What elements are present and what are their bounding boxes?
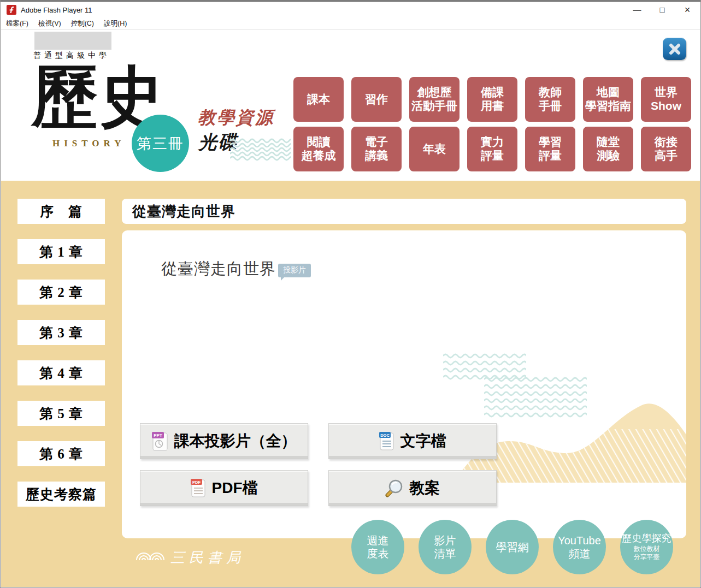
nav-button-2[interactable]: 習作 <box>351 77 402 122</box>
nav-button-11[interactable]: 實力評量 <box>467 127 517 171</box>
nav-button-label: 用書 <box>481 99 504 113</box>
nav-button-9[interactable]: 電子講義 <box>351 127 402 171</box>
footer-link-label: 歷史學探究 <box>622 533 671 545</box>
footer-link-label: 週進 <box>367 534 389 547</box>
sidebar-item-5[interactable]: 第 4 章 <box>17 360 105 385</box>
sidebar-item-8[interactable]: 歷史考察篇 <box>17 482 105 507</box>
slide-type-tag: 投影片 <box>278 264 311 277</box>
nav-button-label: 教師 <box>539 86 562 99</box>
publisher-logo-placeholder <box>34 32 111 50</box>
footer-link-3[interactable]: 學習網 <box>486 520 539 574</box>
nav-button-label: 手冊 <box>539 99 562 113</box>
button-label: PDF檔 <box>212 478 258 498</box>
sidebar-item-7[interactable]: 第 6 章 <box>17 441 105 466</box>
minimize-button[interactable]: — <box>625 2 650 18</box>
nav-button-7[interactable]: 世界Show <box>641 77 691 122</box>
nav-button-5[interactable]: 教師手冊 <box>525 77 575 122</box>
nav-button-14[interactable]: 銜接高手 <box>641 127 691 171</box>
nav-button-label: 創想歷 <box>417 86 452 99</box>
sidebar-item-3[interactable]: 第 2 章 <box>17 280 105 305</box>
pdf-file-icon: PDF <box>191 478 206 498</box>
svg-text:三民書局: 三民書局 <box>170 550 244 566</box>
magnifier-icon <box>385 479 404 497</box>
volume-badge: 第三冊 <box>132 115 189 172</box>
nav-button-label: 習作 <box>365 93 388 106</box>
app-close-button[interactable] <box>663 38 686 60</box>
footer-link-label: 頻道 <box>569 547 591 560</box>
nav-button-12[interactable]: 學習評量 <box>525 127 575 171</box>
close-button[interactable]: × <box>675 2 700 18</box>
nav-button-label: 測驗 <box>597 149 620 163</box>
window-controls: — □ × <box>625 2 700 18</box>
nav-button-label: 評量 <box>539 149 562 163</box>
nav-button-label: 活動手冊 <box>411 99 457 113</box>
doc-file-icon: DOC <box>379 431 394 451</box>
title-bar: Adobe Flash Player 11 — □ × <box>1 2 700 18</box>
footer-link-sublabel: 數位教材 <box>634 545 660 553</box>
nav-button-label: 隨堂 <box>597 135 620 149</box>
lesson-plan-button[interactable]: 教案 <box>328 470 497 506</box>
menu-help[interactable]: 說明(H) <box>104 19 127 28</box>
nav-button-label: 高手 <box>655 149 678 163</box>
nav-button-label: 銜接 <box>655 135 678 149</box>
nav-button-label: 年表 <box>423 142 446 156</box>
nav-button-13[interactable]: 隨堂測驗 <box>583 127 633 171</box>
footer-link-4[interactable]: YouTube頻道 <box>553 520 606 574</box>
svg-text:PDF: PDF <box>192 480 201 485</box>
ppt-file-icon: PPT <box>152 431 168 452</box>
sidebar-item-4[interactable]: 第 3 章 <box>17 320 105 345</box>
tagline-teaching-resources: 教學資源 <box>198 106 274 130</box>
decorative-waves <box>230 138 291 162</box>
footer-link-2[interactable]: 影片清單 <box>419 520 472 574</box>
app-close-icon <box>669 43 681 55</box>
footer-links: 週進度表影片清單學習網YouTube頻道歷史學探究數位教材分享平臺 <box>351 520 673 574</box>
footer-link-5[interactable]: 歷史學探究數位教材分享平臺 <box>620 520 673 574</box>
school-type-label: 普通型高級中學 <box>33 51 110 61</box>
slide-title: 從臺灣走向世界 <box>161 258 276 280</box>
button-label: 教案 <box>410 478 440 498</box>
footer-link-sublabel: 分享平臺 <box>634 553 660 561</box>
footer-link-label: 學習網 <box>496 541 529 554</box>
nav-button-label: 實力 <box>481 135 504 149</box>
menu-bar: 檔案(F) 檢視(V) 控制(C) 說明(H) <box>1 18 700 30</box>
nav-button-label: 世界 <box>655 86 678 99</box>
subject-logo-english: HISTORY <box>52 138 126 149</box>
nav-button-label: 超養成 <box>302 149 336 163</box>
menu-control[interactable]: 控制(C) <box>71 19 94 28</box>
nav-button-label: Show <box>651 99 681 113</box>
content-panel: 從臺灣走向世界 投影片 PPT <box>122 230 686 538</box>
sidebar-item-2[interactable]: 第 1 章 <box>17 239 105 264</box>
publisher-logo: 三民書局 <box>134 543 244 568</box>
sidebar-item-1[interactable]: 序 篇 <box>17 199 105 224</box>
nav-button-6[interactable]: 地圖學習指南 <box>583 77 633 122</box>
button-label: 文字檔 <box>400 431 446 452</box>
nav-button-label: 備課 <box>481 86 504 99</box>
nav-button-4[interactable]: 備課用書 <box>467 77 517 122</box>
pdf-file-button[interactable]: PDF PDF檔 <box>140 470 308 506</box>
nav-button-1[interactable]: 課本 <box>293 77 344 122</box>
window-title: Adobe Flash Player 11 <box>21 6 92 14</box>
sidebar-item-6[interactable]: 第 5 章 <box>17 401 105 426</box>
menu-file[interactable]: 檔案(F) <box>6 19 28 28</box>
flash-player-window: Adobe Flash Player 11 — □ × 檔案(F) 檢視(V) … <box>0 0 701 588</box>
footer-link-1[interactable]: 週進度表 <box>351 520 404 574</box>
slides-all-button[interactable]: PPT 課本投影片（全） <box>140 423 308 459</box>
maximize-button[interactable]: □ <box>650 2 675 18</box>
nav-button-label: 講義 <box>365 149 388 163</box>
svg-text:DOC: DOC <box>380 433 390 438</box>
menu-view[interactable]: 檢視(V) <box>38 19 61 28</box>
nav-button-3[interactable]: 創想歷活動手冊 <box>409 77 460 122</box>
nav-button-label: 學習 <box>539 135 562 149</box>
text-file-button[interactable]: DOC 文字檔 <box>328 423 497 459</box>
nav-button-label: 學習指南 <box>585 99 631 113</box>
nav-button-label: 地圖 <box>597 86 620 99</box>
nav-button-8[interactable]: 閱讀超養成 <box>293 127 344 171</box>
nav-button-10[interactable]: 年表 <box>409 127 460 171</box>
nav-button-label: 課本 <box>307 93 330 106</box>
sidebar: 序 篇第 1 章第 2 章第 3 章第 4 章第 5 章第 6 章歷史考察篇 <box>17 199 105 507</box>
nav-button-label: 評量 <box>481 149 504 163</box>
nav-button-label: 閱讀 <box>307 135 330 149</box>
footer-link-label: 度表 <box>367 547 389 560</box>
footer-link-label: YouTube <box>558 534 601 547</box>
button-label: 課本投影片（全） <box>174 431 297 452</box>
